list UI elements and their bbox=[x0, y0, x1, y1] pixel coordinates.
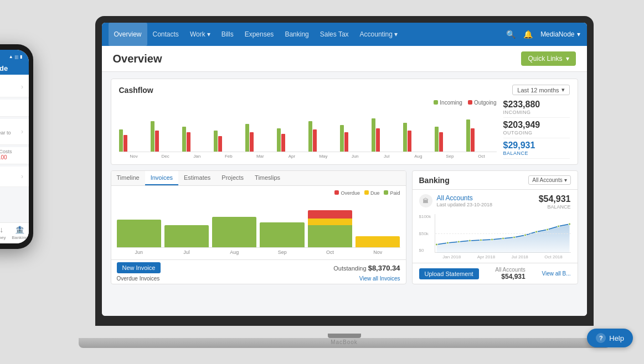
phone-cashflow-stats: Incomings £0.00 Outgoings £0.00 bbox=[0, 100, 29, 117]
chevron-right-icon: › bbox=[21, 128, 23, 136]
view-all-invoices-link[interactable]: View all Invoices bbox=[359, 275, 400, 282]
svg-point-12 bbox=[557, 225, 559, 227]
nav-salestax[interactable]: Sales Tax bbox=[315, 23, 354, 46]
cashflow-section: Cashflow Last 12 months ▾ Incoming Outgo… bbox=[111, 79, 578, 165]
help-button[interactable]: ? Help bbox=[587, 329, 633, 347]
cashflow-title: Cashflow bbox=[119, 86, 153, 95]
svg-point-5 bbox=[480, 239, 482, 241]
svg-point-10 bbox=[535, 231, 537, 233]
nav-work[interactable]: Work ▾ bbox=[184, 23, 216, 46]
phone-bottom-bar: 📊 Insights ↑ Money Out + ↓ Money In bbox=[0, 222, 29, 243]
nav-contacts[interactable]: Contacts bbox=[147, 23, 184, 46]
phone-screen: 8:39 ▲ ||| ▮ ⚙ MediaNode bbox=[0, 50, 29, 243]
bank-line-chart: $100k $50k $0 bbox=[419, 214, 571, 258]
svg-point-4 bbox=[468, 240, 471, 242]
chevron-right-icon: › bbox=[21, 83, 23, 91]
help-icon: ? bbox=[596, 333, 606, 343]
main-content: Cashflow Last 12 months ▾ Incoming Outgo… bbox=[102, 72, 587, 316]
tab-timeline[interactable]: Timeline bbox=[111, 171, 145, 185]
laptop-base bbox=[79, 338, 610, 348]
svg-point-8 bbox=[513, 236, 515, 238]
money-in-icon: ↓ bbox=[0, 225, 3, 234]
invoices-chart: Overdue Due Paid bbox=[111, 186, 406, 259]
phone-app-name: MediaNode bbox=[0, 64, 23, 72]
bell-icon[interactable]: 🔔 bbox=[523, 30, 533, 39]
battery-icon: ▮ bbox=[20, 54, 22, 59]
svg-point-7 bbox=[502, 237, 504, 240]
phone-tax-section[interactable]: Tax Timeline MediaNode › bbox=[0, 167, 29, 187]
nav-expenses[interactable]: Expenses bbox=[239, 23, 280, 46]
bank-account-name: All Accounts bbox=[437, 194, 493, 202]
upload-statement-button[interactable]: Upload Statement bbox=[419, 268, 479, 279]
laptop-screen: Overview Contacts Work ▾ Bills Expenses bbox=[102, 23, 587, 316]
signal-icon: ||| bbox=[15, 54, 18, 59]
nav-bills[interactable]: Bills bbox=[216, 23, 239, 46]
search-icon[interactable]: 🔍 bbox=[506, 30, 516, 39]
chevron-down-icon: ▾ bbox=[394, 30, 398, 38]
cashflow-stats: $233,880 INCOMING $203,949 OUTGOING $29,… bbox=[503, 100, 570, 159]
nav-overview[interactable]: Overview bbox=[109, 23, 147, 46]
cashflow-bar-chart bbox=[119, 108, 497, 152]
bottom-row: Timeline Invoices Estimates Projects Tim… bbox=[111, 170, 578, 284]
bank-account-date: Last updated 23-10-2018 bbox=[437, 202, 493, 207]
balance-stat: $29,931 BALANCE bbox=[503, 141, 570, 159]
view-all-banking-link[interactable]: View all B... bbox=[542, 271, 570, 277]
user-menu[interactable]: MediaNode ▾ bbox=[540, 30, 580, 38]
phone-banking-tab[interactable]: 🏦 Banking bbox=[11, 225, 29, 243]
phone: 8:39 ▲ ||| ▮ ⚙ MediaNode bbox=[0, 44, 33, 249]
laptop-notch bbox=[328, 334, 361, 338]
svg-point-13 bbox=[568, 223, 570, 225]
quick-links-button[interactable]: Quick Links ▾ bbox=[521, 51, 575, 66]
page-header: Overview Quick Links ▾ bbox=[102, 46, 587, 72]
laptop-body: Overview Contacts Work ▾ Bills Expenses bbox=[95, 16, 594, 326]
app-navbar: Overview Contacts Work ▾ Bills Expenses bbox=[102, 23, 587, 46]
chevron-down-icon: ▾ bbox=[207, 30, 210, 38]
svg-point-9 bbox=[524, 234, 526, 236]
phone-content: Cashflow £0.00 for last 3 months › Incom… bbox=[0, 77, 29, 222]
period-select[interactable]: Last 12 months ▾ bbox=[512, 85, 569, 95]
banking-title: Banking bbox=[419, 176, 450, 185]
phone-body: 8:39 ▲ ||| ▮ ⚙ MediaNode bbox=[0, 44, 33, 249]
bank-balance-label: BALANCE bbox=[539, 204, 571, 210]
inv-bar-labels: Jun Jul Aug Sep Oct Nov bbox=[117, 249, 400, 255]
svg-point-11 bbox=[546, 228, 548, 231]
laptop: Overview Contacts Work ▾ Bills Expenses bbox=[95, 16, 594, 348]
wifi-icon: ▲ bbox=[9, 54, 13, 59]
svg-point-3 bbox=[457, 241, 460, 243]
phone-status-bar: 8:39 ▲ ||| ▮ bbox=[0, 50, 29, 62]
banking-footer: Upload Statement All Accounts $54,931 Vi… bbox=[413, 263, 578, 284]
incoming-stat: $233,880 INCOMING bbox=[503, 100, 570, 118]
nav-accounting[interactable]: Accounting ▾ bbox=[354, 23, 403, 46]
phone-cashflow-section[interactable]: Cashflow £0.00 for last 3 months › bbox=[0, 77, 29, 97]
invoices-section: Timeline Invoices Estimates Projects Tim… bbox=[111, 170, 406, 284]
bank-icon: 🏛 bbox=[419, 194, 432, 207]
phone-money-in-tab[interactable]: ↓ Money In bbox=[0, 225, 11, 243]
svg-point-2 bbox=[446, 242, 449, 244]
chevron-right-icon: › bbox=[21, 173, 23, 180]
tab-timeslips[interactable]: Timeslips bbox=[249, 171, 286, 185]
banking-icon: 🏦 bbox=[15, 225, 24, 234]
tabs-bar: Timeline Invoices Estimates Projects Tim… bbox=[111, 171, 406, 186]
phone-profit-stats: Income £3,892.00 Running Costs £16,415.0… bbox=[0, 147, 29, 164]
svg-point-6 bbox=[491, 238, 493, 241]
chevron-down-icon: ▾ bbox=[577, 30, 580, 38]
phone-profit-section[interactable]: Operating Profit £-12,523.00 for current… bbox=[0, 119, 29, 145]
chevron-down-icon: ▾ bbox=[564, 177, 567, 183]
nav-banking[interactable]: Banking bbox=[279, 23, 314, 46]
accounts-select[interactable]: All Accounts ▾ bbox=[528, 175, 570, 185]
page-title: Overview bbox=[113, 53, 162, 65]
tab-invoices[interactable]: Invoices bbox=[145, 171, 178, 185]
bank-balance-amount: $54,931 bbox=[539, 194, 571, 204]
tab-projects[interactable]: Projects bbox=[216, 171, 249, 185]
outgoing-stat: $203,949 OUTGOING bbox=[503, 120, 570, 138]
chevron-down-icon: ▾ bbox=[561, 86, 565, 93]
chevron-down-icon: ▾ bbox=[566, 55, 569, 63]
svg-point-1 bbox=[435, 243, 437, 246]
overdue-invoices-label: Overdue Invoices bbox=[117, 275, 160, 282]
new-invoice-button[interactable]: New Invoice bbox=[117, 262, 161, 273]
banking-section: Banking All Accounts ▾ 🏛 bbox=[412, 170, 578, 284]
tab-estimates[interactable]: Estimates bbox=[178, 171, 216, 185]
invoices-bar-chart bbox=[117, 198, 400, 248]
phone-nav: ⚙ MediaNode bbox=[0, 62, 29, 75]
